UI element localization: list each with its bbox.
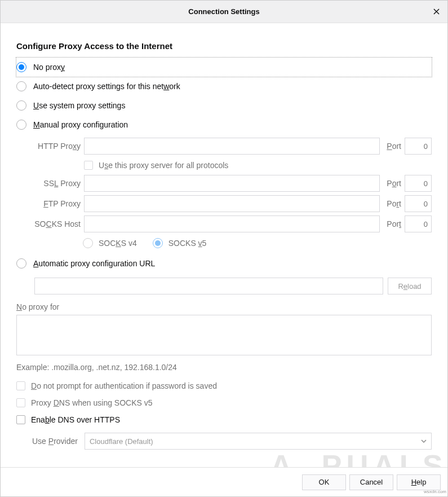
- http-proxy-input[interactable]: [84, 138, 380, 155]
- radio-row-no-proxy[interactable]: No proxy: [16, 58, 432, 77]
- no-proxy-for-textarea[interactable]: [16, 315, 432, 355]
- section-heading: Configure Proxy Access to the Internet: [16, 41, 432, 51]
- auto-url-input[interactable]: [34, 278, 383, 294]
- close-icon: [433, 8, 440, 16]
- chevron-down-icon: [421, 437, 427, 446]
- ssl-proxy-label: SSL Proxy: [34, 179, 81, 188]
- radio-label-auto-url: Automatic proxy configuration URL: [33, 259, 155, 268]
- radio-label-system-proxy: Use system proxy settings: [33, 101, 125, 110]
- cancel-button[interactable]: Cancel: [349, 474, 393, 490]
- no-prompt-auth-label: Do not prompt for authentication if pass…: [31, 381, 217, 390]
- radio-row-manual-proxy[interactable]: Manual proxy configuration: [16, 115, 432, 134]
- provider-select[interactable]: Cloudflare (Default): [85, 433, 432, 450]
- no-prompt-auth-checkbox[interactable]: [16, 381, 25, 390]
- http-port-input[interactable]: [405, 138, 432, 155]
- titlebar: Connection Settings: [1, 1, 447, 23]
- socks-host-input[interactable]: [84, 215, 380, 232]
- socks-v4-label: SOCKS v4: [99, 239, 137, 248]
- radio-icon: [16, 81, 26, 91]
- proxy-dns-label: Proxy DNS when using SOCKS v5: [31, 398, 153, 407]
- enable-doh-checkbox[interactable]: [16, 415, 25, 424]
- radio-label-auto-detect: Auto-detect proxy settings for this netw…: [33, 82, 180, 91]
- http-proxy-label: HTTP Proxy: [34, 142, 81, 151]
- enable-doh-label: Enable DNS over HTTPS: [31, 415, 120, 424]
- radio-row-system-proxy[interactable]: Use system proxy settings: [16, 96, 432, 115]
- radio-icon: [16, 100, 26, 111]
- radio-label-no-proxy: No proxy: [33, 63, 65, 72]
- ftp-proxy-label: FTP Proxy: [34, 199, 81, 208]
- use-for-all-checkbox[interactable]: [84, 161, 93, 170]
- ssl-proxy-input[interactable]: [84, 175, 380, 192]
- socks-port-label: Port: [387, 219, 401, 228]
- socks-v5-radio[interactable]: [153, 238, 163, 248]
- use-for-all-label: Use this proxy server for all protocols: [99, 161, 228, 170]
- http-port-label: Port: [387, 142, 401, 151]
- dialog-footer: OK Cancel Help: [1, 467, 447, 496]
- socks-host-label: SOCKS Host: [34, 219, 81, 228]
- reload-button[interactable]: Reload: [388, 278, 432, 294]
- connection-settings-dialog: Connection Settings Configure Proxy Acce…: [0, 0, 448, 497]
- ok-button[interactable]: OK: [302, 474, 346, 490]
- socks-v4-radio[interactable]: [83, 238, 93, 248]
- watermark-text: wsxdn.com: [424, 489, 446, 494]
- provider-select-value: Cloudflare (Default): [90, 437, 153, 446]
- radio-icon: [16, 62, 26, 72]
- ftp-port-label: Port: [387, 199, 401, 208]
- no-proxy-for-label: No proxy for: [16, 302, 432, 311]
- example-text: Example: .mozilla.org, .net.nz, 192.168.…: [16, 363, 432, 372]
- ftp-proxy-input[interactable]: [84, 195, 380, 212]
- help-button[interactable]: Help: [397, 474, 441, 490]
- radio-row-auto-detect[interactable]: Auto-detect proxy settings for this netw…: [16, 77, 432, 96]
- socks-v5-label: SOCKS v5: [168, 239, 207, 248]
- radio-icon: [16, 120, 26, 130]
- socks-port-input[interactable]: [405, 215, 432, 232]
- close-button[interactable]: [425, 1, 447, 23]
- radio-row-auto-url[interactable]: Automatic proxy configuration URL: [16, 254, 432, 273]
- ssl-port-input[interactable]: [405, 175, 432, 192]
- ftp-port-input[interactable]: [405, 195, 432, 212]
- radio-label-manual-proxy: Manual proxy configuration: [33, 120, 128, 129]
- proxy-dns-checkbox[interactable]: [16, 398, 25, 407]
- manual-proxy-section: HTTP Proxy Port Use this proxy server fo…: [34, 137, 432, 234]
- content-area: Configure Proxy Access to the Internet N…: [1, 23, 447, 460]
- radio-icon: [16, 258, 26, 269]
- socks-version-row: SOCKS v4 SOCKS v5: [83, 235, 432, 252]
- dialog-title: Connection Settings: [188, 7, 259, 16]
- provider-label: Use Provider: [32, 437, 78, 446]
- ssl-port-label: Port: [387, 179, 401, 188]
